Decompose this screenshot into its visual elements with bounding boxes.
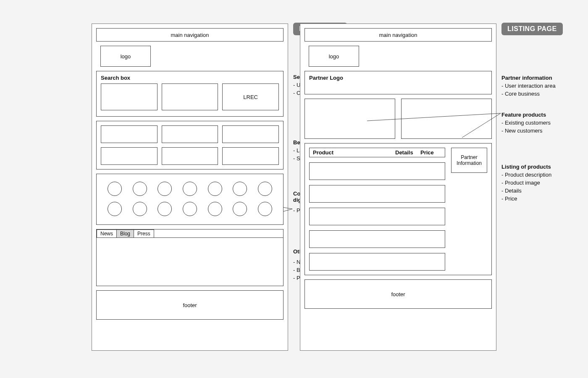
annot-partner-b1: - User interaction area [501,83,573,89]
best-selling-deals [96,121,284,169]
partner-logo-13[interactable] [233,202,247,216]
tab-blog[interactable]: Blog [117,229,134,237]
annot-list-b4: - Price [501,196,573,202]
annot-list-b1: - Product description [501,172,573,178]
feature-product-2[interactable] [401,99,492,139]
listing-header: Product Details Price [309,148,445,157]
deal-card-1[interactable] [101,125,158,143]
partner-logo-2[interactable] [133,182,147,196]
annot-features: Feature products - Existing customers - … [501,112,573,134]
main-navigation-listing[interactable]: main navigation [304,28,492,42]
partner-logo-12[interactable] [208,202,222,216]
logo-listing[interactable]: logo [309,46,359,67]
deal-card-4[interactable] [101,147,158,165]
product-row-4[interactable] [309,230,445,248]
annot-partner-b2: - Core business [501,91,573,97]
tab-content [97,237,283,281]
footer-listing[interactable]: footer [304,279,492,309]
partner-logo-3[interactable] [158,182,172,196]
product-row-5[interactable] [309,253,445,271]
listing-page-frame: main navigation logo Partner Logo Produc… [300,23,496,351]
partner-logo-8[interactable] [108,202,122,216]
home-page-frame: main navigation logo Search box LREC [92,23,288,351]
annot-partner-title: Partner information [501,75,573,81]
search-box-label: Search box [101,75,279,81]
partner-logo-10[interactable] [158,202,172,216]
annot-feat-b2: - New customers [501,128,573,134]
lrec-ad[interactable]: LREC [222,83,279,110]
annot-list-b3: - Details [501,188,573,194]
other-info-panel: News Blog Press [96,229,284,286]
search-cell-1[interactable] [101,83,158,110]
main-navigation[interactable]: main navigation [96,28,284,42]
partner-logo-1[interactable] [108,182,122,196]
logo[interactable]: logo [100,46,151,67]
partner-logo-bar[interactable]: Partner Logo [304,71,492,94]
col-product: Product [313,149,395,156]
partner-information-box[interactable]: Partner Information [451,148,487,173]
annot-listing: Listing of products - Product descriptio… [501,164,573,202]
annot-list-b2: - Product image [501,180,573,186]
partner-logo-5[interactable] [208,182,222,196]
product-row-1[interactable] [309,162,445,180]
deal-card-2[interactable] [162,125,218,143]
partner-logo-9[interactable] [133,202,147,216]
partner-logo-6[interactable] [233,182,247,196]
partner-logo-11[interactable] [183,202,197,216]
deal-card-5[interactable] [162,147,218,165]
tab-news[interactable]: News [97,229,117,237]
feature-products [304,99,492,139]
home-page-block: HOME PAGE Search area - User interaction… [92,23,288,355]
col-price: Price [420,149,441,156]
annot-feat-b1: - Existing customers [501,120,573,126]
footer[interactable]: footer [96,290,284,320]
partner-logo-4[interactable] [183,182,197,196]
partner-logo-14[interactable] [258,202,272,216]
product-row-2[interactable] [309,185,445,203]
compare-providers [96,174,284,225]
annot-list-title: Listing of products [501,164,573,170]
deal-card-6[interactable] [222,147,279,165]
search-area: Search box LREC [96,71,284,117]
annot-feat-title: Feature products [501,112,573,118]
search-cell-2[interactable] [162,83,218,110]
annot-partner: Partner information - User interaction a… [501,75,573,97]
partner-logo-7[interactable] [258,182,272,196]
listing-page-block: LISTING PAGE Partner information - User … [300,23,496,355]
product-row-3[interactable] [309,208,445,225]
deal-card-3[interactable] [222,125,279,143]
feature-product-1[interactable] [304,99,395,139]
listing-page-badge: LISTING PAGE [501,23,563,35]
partner-logo-label: Partner Logo [309,75,343,81]
col-details: Details [395,149,420,156]
product-listing: Product Details Price Partner Informatio… [304,143,492,275]
tab-press[interactable]: Press [134,229,154,237]
